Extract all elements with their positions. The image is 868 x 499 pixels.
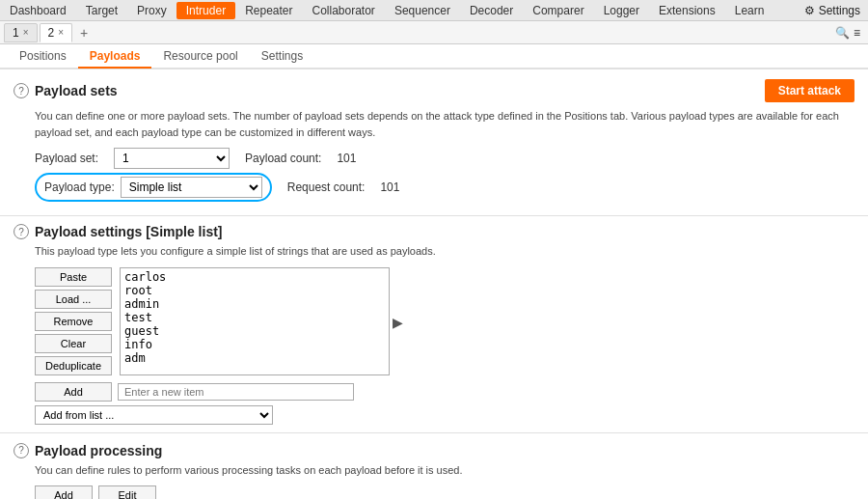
list-buttons: Paste Load ... Remove Clear Deduplicate (35, 267, 112, 378)
tab-2-close[interactable]: × (58, 27, 64, 38)
menu-sequencer[interactable]: Sequencer (385, 2, 460, 19)
payload-sets-header: ? Payload sets Start attack (14, 79, 854, 102)
add-from-list-select[interactable]: Add from list ... (35, 405, 273, 425)
tab-1[interactable]: 1 × (4, 23, 38, 42)
menu-decoder[interactable]: Decoder (460, 2, 523, 19)
add-rule-button[interactable]: Add (35, 485, 93, 499)
menu-proxy[interactable]: Proxy (127, 2, 176, 19)
payload-sets-title: Payload sets (35, 83, 118, 98)
tab-2-label: 2 (48, 26, 55, 40)
start-attack-button[interactable]: Start attack (765, 79, 854, 102)
menu-dashboard[interactable]: Dashboard (0, 2, 76, 19)
sub-tab-positions[interactable]: Positions (8, 45, 78, 67)
menu-icon[interactable]: ≡ (854, 26, 860, 40)
payload-settings-help-icon[interactable]: ? (14, 224, 29, 239)
menu-right: ⚙ Settings (797, 2, 868, 19)
settings-icon[interactable]: ⚙ Settings (797, 2, 868, 19)
add-item-button[interactable]: Add (35, 382, 112, 402)
menu-collaborator[interactable]: Collaborator (303, 2, 385, 19)
menu-extensions[interactable]: Extensions (649, 2, 725, 19)
menu-target[interactable]: Target (76, 2, 127, 19)
load-button[interactable]: Load ... (35, 290, 112, 309)
payload-set-label: Payload set: (35, 152, 98, 165)
payload-list-textarea[interactable]: carlos root admin test guest info adm (120, 267, 390, 375)
edit-rule-button[interactable]: Edit (98, 485, 156, 499)
main-content: ? Payload sets Start attack You can defi… (0, 69, 868, 499)
add-item-input[interactable] (118, 383, 354, 401)
menu-bar: Dashboard Target Proxy Intruder Repeater… (0, 0, 868, 21)
payload-set-row: Payload set: 1 Payload count: 101 (35, 148, 854, 169)
payload-type-label: Payload type: (44, 180, 115, 194)
remove-button[interactable]: Remove (35, 312, 112, 331)
payload-type-select[interactable]: Simple list Runtime file Custom iterator… (121, 177, 262, 198)
payload-type-highlight: Payload type: Simple list Runtime file C… (35, 173, 272, 202)
menu-repeater[interactable]: Repeater (235, 2, 302, 19)
tab-search-area: 🔍 ≡ (835, 26, 868, 40)
payload-type-row: Payload type: Simple list Runtime file C… (35, 173, 854, 202)
payload-settings-title: Payload settings [Simple list] (35, 224, 223, 239)
paste-button[interactable]: Paste (35, 267, 112, 287)
tab-add-button[interactable]: + (74, 23, 94, 42)
search-icon[interactable]: 🔍 (835, 26, 850, 40)
add-item-row: Add (35, 382, 854, 402)
payload-count-label: Payload count: (245, 152, 321, 165)
menu-intruder[interactable]: Intruder (176, 2, 235, 19)
tab-2[interactable]: 2 × (40, 23, 73, 42)
clear-button[interactable]: Clear (35, 334, 112, 353)
payload-count-value: 101 (337, 152, 356, 165)
menu-logger[interactable]: Logger (594, 2, 649, 19)
list-area-wrapper: carlos root admin test guest info adm ▶ (120, 267, 390, 378)
payload-sets-desc: You can define one or more payload sets.… (35, 108, 854, 140)
payload-processing-section: ? Payload processing You can define rule… (0, 433, 868, 500)
list-scroll-arrow: ▶ (393, 315, 403, 330)
request-count-value: 101 (380, 180, 399, 194)
tab-1-label: 1 (13, 26, 19, 40)
menu-comparer[interactable]: Comparer (523, 2, 593, 19)
payload-processing-title: Payload processing (35, 443, 162, 458)
tab-bar: 1 × 2 × + 🔍 ≡ (0, 21, 868, 44)
request-count-label: Request count: (287, 180, 366, 194)
sub-tab-settings[interactable]: Settings (250, 45, 314, 67)
payload-set-select[interactable]: 1 (114, 148, 230, 169)
sub-tab-resource-pool[interactable]: Resource pool (151, 45, 249, 67)
payload-processing-desc: You can define rules to perform various … (35, 462, 854, 479)
payload-sets-title-row: ? Payload sets (14, 83, 118, 98)
payload-settings-title-row: ? Payload settings [Simple list] (14, 224, 854, 239)
add-from-list-row: Add from list ... (35, 405, 854, 425)
payload-settings-desc: This payload type lets you configure a s… (35, 243, 854, 260)
sub-tab-bar: Positions Payloads Resource pool Setting… (0, 44, 868, 69)
simple-list-container: Paste Load ... Remove Clear Deduplicate … (35, 267, 854, 378)
payload-sets-help-icon[interactable]: ? (14, 83, 29, 98)
payload-sets-section: ? Payload sets Start attack You can defi… (0, 69, 868, 216)
deduplicate-button[interactable]: Deduplicate (35, 356, 112, 375)
sub-tab-payloads[interactable]: Payloads (78, 45, 152, 69)
processing-buttons-row: Add Edit (35, 485, 854, 499)
payload-settings-section: ? Payload settings [Simple list] This pa… (0, 216, 868, 433)
payload-processing-help-icon[interactable]: ? (14, 443, 29, 458)
payload-processing-title-row: ? Payload processing (14, 443, 854, 458)
menu-learn[interactable]: Learn (725, 2, 774, 19)
tab-1-close[interactable]: × (23, 27, 29, 38)
